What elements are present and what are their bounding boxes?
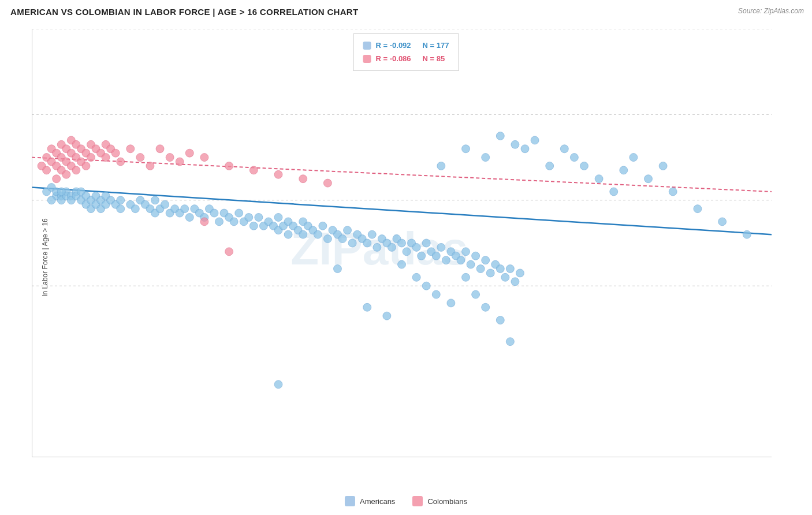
- svg-point-157: [620, 166, 628, 174]
- svg-point-120: [472, 252, 480, 260]
- svg-point-164: [743, 230, 751, 238]
- svg-point-159: [645, 175, 653, 183]
- svg-point-147: [496, 132, 504, 140]
- svg-point-199: [136, 154, 144, 162]
- svg-point-149: [521, 145, 529, 153]
- svg-point-127: [506, 265, 514, 273]
- svg-point-54: [161, 200, 169, 208]
- svg-point-51: [151, 196, 159, 204]
- svg-point-143: [274, 380, 282, 389]
- svg-point-125: [496, 265, 504, 273]
- svg-point-162: [694, 205, 702, 213]
- svg-point-150: [531, 136, 539, 144]
- svg-point-163: [718, 218, 727, 226]
- svg-point-148: [511, 140, 519, 148]
- svg-point-45: [117, 205, 125, 213]
- svg-point-88: [314, 230, 322, 238]
- svg-point-197: [117, 158, 125, 166]
- svg-point-128: [511, 278, 519, 286]
- svg-point-64: [210, 209, 218, 217]
- svg-point-99: [368, 230, 376, 238]
- svg-point-25: [57, 188, 65, 196]
- legend-dot-americans: [345, 496, 355, 506]
- svg-point-130: [333, 265, 341, 273]
- source-label: Source: ZipAtlas.com: [738, 7, 804, 15]
- svg-point-134: [412, 273, 420, 281]
- svg-point-58: [181, 205, 189, 213]
- svg-point-81: [284, 230, 292, 238]
- chart-svg: 100.0%80.0%60.0%40.0%0.0%100.0%ZIPatlas: [32, 29, 772, 457]
- svg-point-161: [669, 188, 677, 196]
- svg-point-93: [338, 235, 347, 243]
- svg-point-44: [117, 196, 125, 204]
- svg-point-152: [560, 145, 568, 153]
- svg-point-132: [383, 312, 391, 320]
- svg-point-105: [398, 239, 406, 247]
- svg-point-142: [506, 338, 514, 346]
- svg-point-129: [516, 269, 524, 277]
- svg-point-172: [53, 175, 61, 183]
- svg-point-210: [200, 218, 208, 226]
- svg-point-85: [299, 230, 307, 238]
- svg-point-136: [432, 290, 440, 298]
- svg-point-202: [166, 154, 174, 162]
- svg-point-200: [146, 162, 154, 170]
- svg-point-153: [570, 154, 578, 162]
- legend-dot-colombians: [412, 496, 423, 506]
- svg-point-114: [442, 256, 450, 264]
- svg-point-73: [255, 213, 263, 221]
- legend-item-americans: Americans: [345, 496, 395, 506]
- svg-point-178: [62, 170, 70, 178]
- svg-point-117: [457, 256, 465, 264]
- svg-point-211: [225, 248, 233, 256]
- svg-point-69: [235, 209, 243, 217]
- svg-point-89: [319, 222, 327, 230]
- legend-label-colombians: Colombians: [427, 497, 467, 506]
- svg-point-158: [630, 154, 638, 162]
- svg-point-98: [363, 239, 371, 247]
- svg-point-122: [482, 256, 490, 264]
- svg-point-106: [403, 248, 411, 256]
- svg-point-206: [225, 162, 233, 170]
- svg-point-119: [467, 260, 475, 268]
- svg-point-108: [412, 243, 420, 251]
- svg-point-135: [422, 282, 430, 290]
- svg-point-204: [185, 149, 193, 157]
- svg-point-208: [274, 170, 282, 178]
- svg-point-196: [111, 149, 120, 157]
- svg-point-112: [432, 252, 440, 260]
- svg-point-201: [156, 145, 164, 153]
- svg-point-160: [659, 162, 667, 170]
- svg-point-95: [348, 239, 356, 247]
- svg-point-110: [422, 239, 430, 247]
- svg-point-72: [249, 222, 258, 230]
- svg-point-203: [176, 158, 184, 166]
- svg-point-137: [447, 299, 455, 307]
- svg-point-65: [215, 218, 224, 226]
- svg-point-118: [462, 248, 470, 256]
- svg-point-151: [546, 162, 554, 170]
- svg-point-188: [82, 162, 90, 170]
- chart-title: AMERICAN VS COLOMBIAN IN LABOR FORCE | A…: [10, 7, 358, 17]
- svg-point-184: [72, 166, 80, 174]
- svg-point-47: [131, 205, 139, 213]
- svg-point-144: [437, 162, 445, 170]
- chart-container: AMERICAN VS COLOMBIAN IN LABOR FORCE | A…: [0, 0, 812, 515]
- svg-point-145: [462, 145, 470, 153]
- svg-point-141: [496, 316, 504, 324]
- svg-point-123: [486, 269, 494, 277]
- svg-point-209: [299, 175, 307, 183]
- svg-point-207: [249, 166, 258, 174]
- svg-point-121: [476, 265, 485, 273]
- svg-point-77: [274, 213, 282, 221]
- svg-point-133: [398, 260, 406, 268]
- svg-point-205: [200, 154, 208, 162]
- svg-point-100: [373, 243, 381, 251]
- svg-point-109: [418, 252, 426, 260]
- svg-point-90: [323, 235, 331, 243]
- svg-point-103: [388, 243, 396, 251]
- svg-point-59: [185, 213, 193, 221]
- svg-point-138: [462, 273, 470, 281]
- svg-point-68: [230, 218, 238, 226]
- legend-label-americans: Americans: [360, 497, 395, 506]
